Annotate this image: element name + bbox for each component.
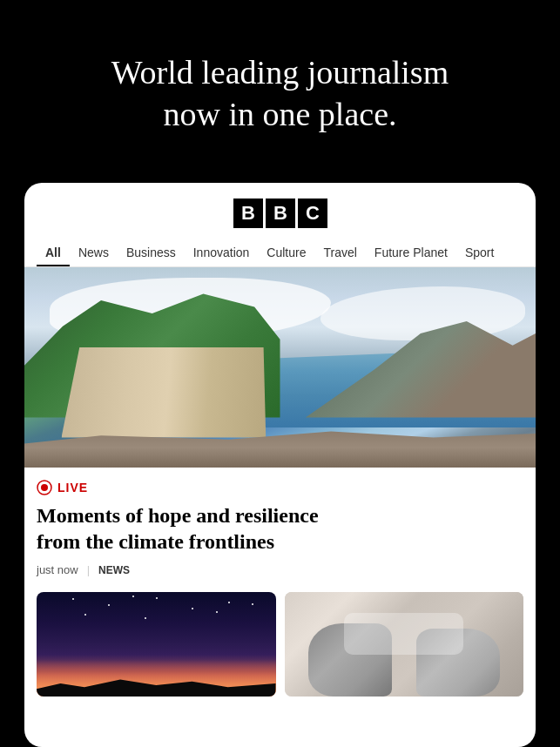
- main-card: B B C All News Business Innovation Cultu…: [24, 183, 536, 747]
- meta-category: NEWS: [98, 564, 130, 576]
- tab-culture[interactable]: Culture: [258, 240, 314, 266]
- bbc-box-c: C: [298, 199, 327, 228]
- tab-travel[interactable]: Travel: [314, 240, 365, 266]
- article-meta: just now | NEWS: [37, 563, 523, 576]
- thumbnails-row: [24, 583, 536, 697]
- bbc-box-b2: B: [266, 199, 295, 228]
- thumbnail-hands[interactable]: [285, 592, 524, 697]
- tab-all[interactable]: All: [37, 240, 70, 266]
- tab-future-planet[interactable]: Future Planet: [366, 240, 456, 266]
- tab-sport[interactable]: Sport: [456, 240, 503, 266]
- svg-point-1: [41, 484, 48, 491]
- thumbnail-night-sky[interactable]: [37, 592, 276, 697]
- tab-news[interactable]: News: [70, 240, 118, 266]
- bbc-logo: B B C: [24, 183, 536, 237]
- live-icon: [37, 480, 52, 495]
- hero-image[interactable]: [24, 267, 536, 468]
- stars-decoration: [37, 592, 276, 655]
- bbc-box-b1: B: [233, 199, 263, 228]
- meta-time: just now: [37, 563, 78, 576]
- article-title[interactable]: Moments of hope and resilience from the …: [37, 502, 523, 555]
- hero-section: World leading journalism now in one plac…: [0, 0, 560, 161]
- tab-business[interactable]: Business: [118, 240, 185, 266]
- live-label: LIVE: [57, 481, 88, 495]
- meta-divider: |: [87, 563, 90, 576]
- hero-title: World leading journalism now in one plac…: [52, 52, 508, 135]
- live-badge: LIVE: [37, 480, 523, 495]
- tab-innovation[interactable]: Innovation: [185, 240, 259, 266]
- article-content: LIVE Moments of hope and resilience from…: [24, 468, 536, 583]
- nav-tabs: All News Business Innovation Culture Tra…: [24, 237, 536, 267]
